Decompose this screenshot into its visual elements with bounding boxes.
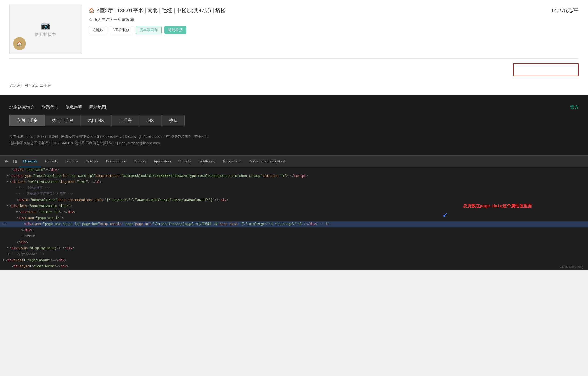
footer-nav-contact[interactable]: 联系我们 [42,105,58,110]
red-box [513,63,579,76]
code-line-14: ▶ <div style="display:none;">⋯</div> [0,245,588,251]
code-line-12: ::after [0,234,588,239]
property-price: 14,275元/平 [551,7,579,14]
tab-elements[interactable]: Elements [19,156,41,167]
property-title-row: 🏠 4室2厅 | 138.01平米 | 南北 | 毛坯 | 中楼层(共47层) … [89,7,579,14]
code-line-9: <div class="page-box fr"> [0,215,588,221]
footer-tab-xiaoqu[interactable]: 小区 [139,115,162,126]
copyright-line2: 违法和不良信息举报电话：010-86440676 违法和不良信息举报邮箱：jub… [9,140,579,146]
footer-nav-sitemap[interactable]: 网站地图 [89,105,106,110]
devtools-wrapper: Elements Console Sources Network Perform… [0,155,588,270]
breadcrumb: 武汉房产网 > 武汉二手房 [9,83,51,87]
property-info: 🏠 4室2厅 | 138.01平米 | 南北 | 毛坯 | 中楼层(共47层) … [89,5,579,34]
csdn-watermark: CSDN @nruheng [560,265,583,269]
dark-footer: 北京链家简介 联系我们 隐私声明 网站地图 官方 商圈二手房 热门二手房 热门小… [0,95,588,155]
tab-security[interactable]: Security [175,156,195,167]
tab-sources[interactable]: Sources [62,156,82,167]
tab-memory[interactable]: Memory [130,156,150,167]
code-line-3: ▶ <ul class="sellListContent" log-mod="l… [0,179,588,185]
copyright-line1: 贝壳找房（北京）科技有限公司 | 网络经营许可证 京ICP备16057509号-… [9,133,579,140]
property-details: 4室2厅 | 138.01平米 | 南北 | 毛坯 | 中楼层(共47层) | … [97,7,226,14]
svg-rect-1 [15,161,17,163]
avatar-circle: 🏠 [13,37,26,50]
code-line-2: ▶ <script type="text/template" id="sem_c… [0,173,588,179]
breadcrumb-section: 武汉房产网 > 武汉二手房 [0,81,588,95]
code-line-15: <!-- 右侧sidebar --> [0,251,588,258]
tag-years: 房本满两年 [136,26,162,34]
code-line-10-selected: == <div class="page-box house-lst-page-b… [0,221,588,227]
code-line-1: <div id="sem_card"></div> [0,167,588,173]
code-line-13: </div> [0,239,588,246]
photo-text: 图片拍摄中 [35,32,56,37]
footer-nav-privacy[interactable]: 隐私声明 [65,105,82,110]
footer-nav: 北京链家简介 联系我们 隐私声明 网站地图 官方 [9,105,579,110]
camera-icon: 📷 [41,21,50,30]
tag-anytime: 随时看房 [165,26,186,34]
code-line-11: </div> [0,227,588,234]
star-icon: ☆ [89,17,93,22]
footer-tab-estate[interactable]: 楼盘 [162,115,185,126]
footer-tab-community[interactable]: 热门小区 [80,115,112,126]
annotation-arrow: ↙ [443,207,448,222]
property-meta: ☆ 5人关注 / 一年前发布 [89,17,579,22]
red-box-container [0,59,588,81]
tab-network[interactable]: Network [82,156,102,167]
device-icon-btn[interactable] [11,157,19,166]
tab-console[interactable]: Console [41,156,62,167]
footer-tab-commercial[interactable]: 商圈二手房 [9,115,45,126]
code-line-8: ▶ <div class="crumbs fl">⋯</div> [0,209,588,215]
property-card: 📷 图片拍摄中 🏠 🏠 4室2厅 | 138.01平米 | 南北 | 毛坯 | … [0,0,588,58]
footer-tab-secondhand[interactable]: 二手房 [112,115,139,126]
footer-tabs: 商圈二手房 热门二手房 热门小区 二手房 小区 楼盘 [9,115,579,126]
footer-copyright: 贝壳找房（北京）科技有限公司 | 网络经营许可证 京ICP备16057509号-… [9,133,579,146]
code-line-16: ▶ <div class="rightLayout">⋯</div> [0,258,588,264]
footer-nav-about[interactable]: 北京链家简介 [9,105,35,110]
tag-subway: 近地铁 [89,26,107,34]
svg-rect-0 [13,160,15,163]
devtools-content: <div id="sem_card"></div> ▶ <script type… [0,167,588,270]
footer-nav-official: 官方 [570,105,579,110]
code-line-17: <div style="clear:both"></div> [0,264,588,270]
tab-performance[interactable]: Performance [102,156,130,167]
property-image: 📷 图片拍摄中 🏠 [9,5,82,54]
property-tags: 近地铁 VR看装修 房本满两年 随时看房 [89,26,579,34]
tab-performance-insights[interactable]: Performance insights ⚠ [245,156,290,167]
home-icon: 🏠 [89,8,94,13]
tab-lighthouse[interactable]: Lighthouse [195,156,219,167]
website-section: 📷 图片拍摄中 🏠 🏠 4室2厅 | 138.01平米 | 南北 | 毛坯 | … [0,0,588,95]
code-line-6: <div id="noResultPush" data-recommend_ex… [0,197,588,203]
annotation-text: 总页数在page-data这个属性值里面 [463,203,532,210]
code-line-4: <!-- 少结果搜索 --> [0,185,588,191]
property-meta-text: 5人关注 / 一年前发布 [95,17,134,22]
footer-tab-hot[interactable]: 热门二手房 [45,115,80,126]
devtools-toolbar: Elements Console Sources Network Perform… [0,156,588,167]
cursor-icon-btn[interactable] [2,157,11,166]
devtools: Elements Console Sources Network Perform… [0,155,588,270]
tag-vr: VR看装修 [110,26,133,34]
avatar-icon: 🏠 [17,41,22,46]
tab-recorder[interactable]: Recorder ⚠ [219,156,245,167]
code-line-5: <!-- 无搜索结果且不是扩大召回 --> [0,191,588,197]
tab-application[interactable]: Application [150,156,175,167]
